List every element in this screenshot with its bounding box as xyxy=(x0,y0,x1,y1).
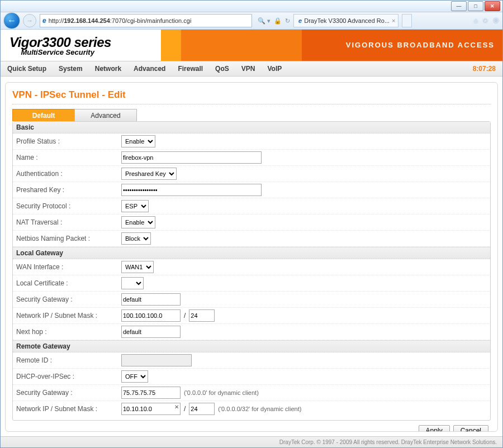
label-profile-status: Profile Status : xyxy=(16,137,121,145)
page: Vigor3300 series MultiService Security V… xyxy=(1,30,502,447)
cancel-button[interactable]: Cancel xyxy=(453,425,488,432)
brand-tagline: VIGOROUS BROADBAND ACCESS xyxy=(346,41,495,49)
menu-firewall[interactable]: Firewall xyxy=(178,65,203,73)
brand-header: Vigor3300 series MultiService Security V… xyxy=(1,30,502,61)
content-panel: VPN - IPSec Tunnel - Edit Default Advanc… xyxy=(5,82,498,432)
menu-vpn[interactable]: VPN xyxy=(241,65,255,73)
tab-default[interactable]: Default xyxy=(12,109,75,121)
preshared-key-input[interactable] xyxy=(121,184,262,196)
apply-button[interactable]: Apply xyxy=(419,425,450,432)
browser-tab[interactable]: e DrayTek V3300 Advanced Ro... × xyxy=(293,14,398,27)
label-local-security-gateway: Security Gateway : xyxy=(16,296,121,303)
slash-separator: / xyxy=(184,312,186,320)
menu-system[interactable]: System xyxy=(59,65,83,73)
section-local-gateway: Local Gateway xyxy=(13,247,490,259)
search-icon[interactable]: 🔍 ▾ xyxy=(258,17,271,25)
lock-icon: 🔒 xyxy=(274,17,282,25)
favorites-icon[interactable]: ★ xyxy=(482,17,488,25)
main-menu: Quick Setup System Network Advanced Fire… xyxy=(1,61,502,77)
tab-title: DrayTek V3300 Advanced Ro... xyxy=(304,17,390,24)
url-prefix: http:// xyxy=(49,17,64,24)
form-area: Basic Profile Status : Enable Name : Aut… xyxy=(12,121,491,421)
label-remote-id: Remote ID : xyxy=(16,356,121,364)
clear-input-icon[interactable]: ✕ xyxy=(174,404,179,410)
menu-advanced[interactable]: Advanced xyxy=(134,65,165,73)
home-icon[interactable]: ⌂ xyxy=(474,17,478,25)
ie-logo-icon: e xyxy=(298,17,302,24)
security-protocol-select[interactable]: ESP xyxy=(121,200,149,212)
back-button[interactable]: ← xyxy=(4,13,20,28)
dhcp-over-ipsec-select[interactable]: OFF xyxy=(121,370,148,383)
left-arrow-icon: ← xyxy=(7,16,16,26)
remote-network-ip-hint: ('0.0.0.0/32' for dynamic client) xyxy=(218,406,301,412)
remote-security-gateway-input[interactable] xyxy=(121,387,181,399)
ie-logo-icon: e xyxy=(42,17,46,25)
label-dhcp-over-ipsec: DHCP-over-IPSec : xyxy=(16,373,121,380)
remote-security-gateway-hint: ('0.0.0.0' for dynamic client) xyxy=(184,389,259,396)
window-close-button[interactable]: ✕ xyxy=(485,1,500,11)
name-input[interactable] xyxy=(121,151,262,164)
label-wan-interface: WAN Interface : xyxy=(16,263,121,271)
local-certificate-select[interactable] xyxy=(121,277,144,289)
local-subnet-mask-input[interactable] xyxy=(189,309,215,322)
url-host: 192.168.144.254 xyxy=(64,17,110,24)
menu-network[interactable]: Network xyxy=(95,65,121,73)
label-next-hop: Next hop : xyxy=(16,328,121,336)
authentication-select[interactable]: Preshared Key xyxy=(121,168,177,180)
remote-network-ip-input[interactable] xyxy=(121,403,181,415)
url-path: :7070/cgi-bin/mainfunction.cgi xyxy=(110,17,192,24)
label-remote-security-gateway: Security Gateway : xyxy=(16,389,121,397)
label-authentication: Authentication : xyxy=(16,170,121,178)
tools-gear-icon[interactable]: ⚙ xyxy=(493,17,499,25)
divider xyxy=(12,104,491,104)
page-title: VPN - IPSec Tunnel - Edit xyxy=(12,89,491,101)
label-security-protocol: Security Protocol : xyxy=(16,202,121,210)
netbios-select[interactable]: Block xyxy=(121,232,151,245)
label-local-certificate: Local Certificate : xyxy=(16,279,121,287)
tab-advanced[interactable]: Advanced xyxy=(74,109,137,121)
remote-subnet-mask-input[interactable] xyxy=(189,403,215,415)
local-network-ip-input[interactable] xyxy=(121,309,181,322)
menu-quick-setup[interactable]: Quick Setup xyxy=(7,65,46,73)
clock: 8:07:28 xyxy=(473,65,496,73)
menu-qos[interactable]: QoS xyxy=(215,65,229,73)
right-arrow-icon: → xyxy=(26,17,33,25)
label-name: Name : xyxy=(16,154,121,161)
address-bar-controls: 🔍 ▾ 🔒 ↻ xyxy=(258,17,290,25)
local-security-gateway-input[interactable] xyxy=(121,293,181,306)
window-titlebar: — □ ✕ xyxy=(1,1,502,12)
slash-separator: / xyxy=(184,405,186,413)
label-netbios: Netbios Naming Packet : xyxy=(16,235,121,242)
address-bar[interactable]: e http:// 192.168.144.254 :7070/cgi-bin/… xyxy=(40,14,252,27)
label-nat-traversal: NAT Traversal : xyxy=(16,218,121,226)
brand-logo: Vigor3300 series MultiService Security xyxy=(1,35,111,56)
label-preshared-key: Preshared Key : xyxy=(16,186,121,194)
wan-interface-select[interactable]: WAN1 xyxy=(121,261,154,273)
section-remote-gateway: Remote Gateway xyxy=(13,340,490,352)
new-tab-button[interactable] xyxy=(402,14,412,27)
footer: DrayTek Corp. © 1997 - 2009 All rights r… xyxy=(1,436,502,447)
window-minimize-button[interactable]: — xyxy=(451,1,467,11)
remote-id-input xyxy=(121,354,192,366)
browser-navbar: ← → e http:// 192.168.144.254 :7070/cgi-… xyxy=(1,12,502,30)
nat-traversal-select[interactable]: Enable xyxy=(121,216,155,228)
profile-status-select[interactable]: Enable xyxy=(121,135,155,147)
config-tabs: Default Advanced xyxy=(12,109,491,121)
label-remote-network-ip: Network IP / Subnet Mask : xyxy=(16,405,121,413)
label-local-network-ip: Network IP / Subnet Mask : xyxy=(16,312,121,320)
section-basic: Basic xyxy=(13,122,490,134)
close-tab-icon[interactable]: × xyxy=(392,17,395,24)
refresh-icon[interactable]: ↻ xyxy=(285,17,290,25)
button-bar: Apply Cancel xyxy=(12,421,491,432)
window-maximize-button[interactable]: □ xyxy=(468,1,483,11)
next-hop-input[interactable] xyxy=(121,326,181,338)
forward-button[interactable]: → xyxy=(23,14,36,27)
menu-voip[interactable]: VoIP xyxy=(267,65,282,73)
